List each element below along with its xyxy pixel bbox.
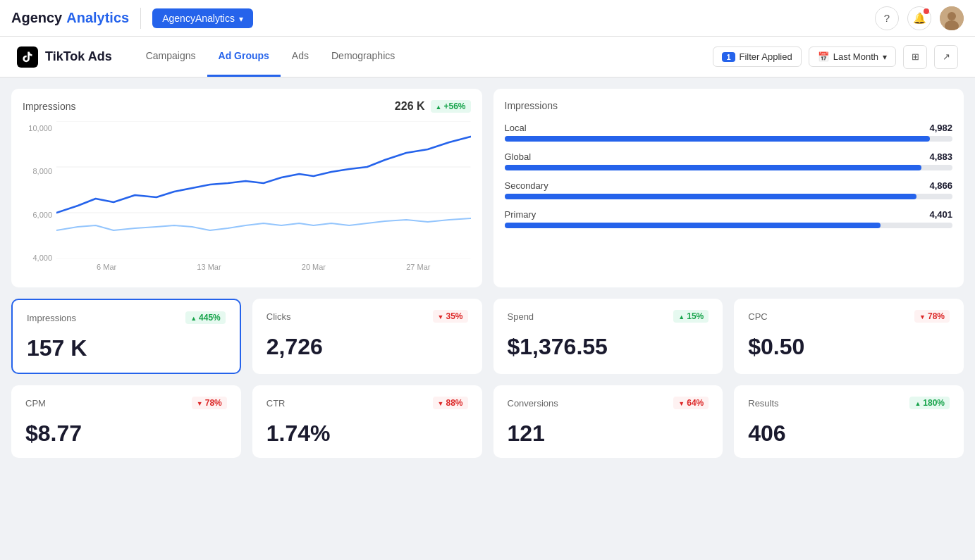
bar-value: 4,866	[929, 180, 952, 191]
metric-label: Conversions	[508, 398, 558, 409]
filter-label: Filter Applied	[740, 51, 792, 62]
tab-demographics[interactable]: Demographics	[320, 37, 406, 77]
arrow-down-icon	[919, 311, 926, 321]
bar-value: 4,883	[929, 151, 952, 162]
bar-track	[505, 194, 953, 199]
metric-header-conversions: Conversions 64%	[508, 397, 709, 409]
metric-value: $1,376.55	[508, 334, 709, 360]
tab-ads[interactable]: Ads	[281, 37, 320, 77]
date-range-button[interactable]: 📅 Last Month	[809, 46, 896, 67]
x-label-27mar: 27 Mar	[406, 263, 430, 271]
filter-count: 1	[722, 52, 735, 62]
bar-track	[505, 223, 953, 228]
logo-agency: Agency	[11, 10, 62, 26]
bar-item: Secondary 4,866	[505, 180, 953, 199]
page-header-right: 1 Filter Applied 📅 Last Month ⊞ ↗	[713, 45, 958, 69]
metric-change-badge: 180%	[909, 397, 950, 409]
y-label-6000: 6,000	[23, 211, 52, 219]
bar-track	[505, 136, 953, 142]
columns-icon: ⊞	[912, 51, 919, 62]
metric-header-results: Results 180%	[748, 397, 950, 409]
page-header: TikTok Ads Campaigns Ad Groups Ads Demog…	[0, 37, 975, 77]
bar-fill	[505, 223, 881, 228]
tabs-nav: Campaigns Ad Groups Ads Demographics	[135, 37, 407, 77]
arrow-up-icon	[678, 311, 685, 321]
bar-value: 4,401	[929, 209, 952, 220]
logo-divider	[140, 8, 141, 29]
arrow-down-icon	[438, 398, 445, 408]
bar-card-title: Impressions	[505, 100, 953, 111]
avatar[interactable]	[940, 6, 964, 30]
metric-change-badge: 445%	[185, 311, 226, 324]
metric-value: 1.74%	[266, 421, 468, 447]
notifications-button[interactable]: 🔔	[907, 6, 931, 30]
metric-header-impressions: Impressions 445%	[27, 311, 226, 324]
metric-label: Results	[748, 398, 778, 409]
columns-button[interactable]: ⊞	[903, 45, 927, 69]
metric-label: Impressions	[27, 313, 76, 323]
metric-change-badge: 78%	[192, 397, 227, 409]
tab-ad-groups[interactable]: Ad Groups	[207, 37, 281, 77]
top-nav-right: ? 🔔	[875, 6, 964, 30]
avatar-image	[940, 6, 964, 30]
metric-label: CTR	[266, 398, 286, 409]
metric-header-spend: Spend 15%	[508, 310, 709, 323]
metric-card-cpm[interactable]: CPM 78% $8.77	[11, 385, 241, 458]
metric-card-cpc[interactable]: CPC 78% $0.50	[734, 299, 964, 374]
metric-card-results[interactable]: Results 180% 406	[734, 385, 964, 458]
main-content: Impressions 226 K +56% 10,000 8,000 6,00…	[0, 77, 975, 469]
metric-value: $0.50	[748, 334, 950, 360]
arrow-down-icon	[197, 398, 204, 408]
agency-analytics-button[interactable]: AgencyAnalytics	[152, 8, 253, 28]
metric-card-impressions[interactable]: Impressions 445% 157 K	[11, 299, 241, 374]
bar-label: Global	[505, 151, 532, 162]
metric-card-conversions[interactable]: Conversions 64% 121	[493, 385, 723, 458]
bar-fill	[505, 194, 917, 199]
metric-change-badge: 88%	[433, 397, 468, 409]
bar-track	[505, 165, 953, 170]
chart-svg-container: 10,000 8,000 6,000 4,000	[23, 121, 471, 276]
metric-value: 157 K	[27, 335, 226, 361]
metric-change-badge: 15%	[673, 310, 709, 323]
date-label: Last Month	[833, 51, 878, 62]
tab-campaigns[interactable]: Campaigns	[135, 37, 207, 77]
chevron-down-icon	[883, 51, 887, 62]
bar-fill	[505, 165, 921, 170]
arrow-up-icon	[436, 101, 443, 111]
arrow-down-icon	[438, 311, 445, 321]
metric-card-clicks[interactable]: Clicks 35% 2,726	[252, 299, 482, 374]
impressions-chart-card: Impressions 226 K +56% 10,000 8,000 6,00…	[11, 89, 482, 287]
arrow-up-icon	[914, 398, 921, 408]
chart-svg	[56, 121, 471, 259]
filter-button[interactable]: 1 Filter Applied	[713, 46, 801, 67]
metric-change-badge: 64%	[673, 397, 709, 409]
y-label-10000: 10,000	[23, 124, 52, 132]
chart-change-badge: +56%	[431, 100, 471, 113]
metric-label: Clicks	[266, 311, 291, 322]
share-icon: ↗	[943, 51, 950, 62]
bar-label: Local	[505, 123, 527, 133]
metric-header-cpm: CPM 78%	[25, 397, 227, 409]
metric-header-ctr: CTR 88%	[266, 397, 468, 409]
help-button[interactable]: ?	[875, 6, 899, 30]
metric-change-badge: 78%	[914, 310, 950, 323]
calendar-icon: 📅	[818, 51, 829, 62]
chevron-down-icon	[239, 13, 243, 24]
metric-value: 406	[748, 421, 950, 447]
chart-header: Impressions 226 K +56%	[23, 100, 471, 113]
share-button[interactable]: ↗	[934, 45, 958, 69]
impressions-bar-card: Impressions Local 4,982 Global 4,883 Sec…	[493, 89, 964, 287]
chart-total-value: 226 K	[395, 100, 425, 113]
metric-label: CPM	[25, 398, 46, 409]
bar-label: Secondary	[505, 180, 548, 191]
metric-change-badge: 35%	[433, 310, 468, 323]
metric-card-ctr[interactable]: CTR 88% 1.74%	[252, 385, 482, 458]
metric-header-cpc: CPC 78%	[748, 310, 950, 323]
bar-fill	[505, 136, 931, 142]
metric-label: Spend	[508, 311, 534, 322]
metric-card-spend[interactable]: Spend 15% $1,376.55	[493, 299, 723, 374]
arrow-down-icon	[678, 398, 685, 408]
tiktok-icon	[17, 46, 38, 68]
logo: AgencyAnalytics	[11, 10, 129, 26]
svg-point-1	[948, 12, 956, 20]
